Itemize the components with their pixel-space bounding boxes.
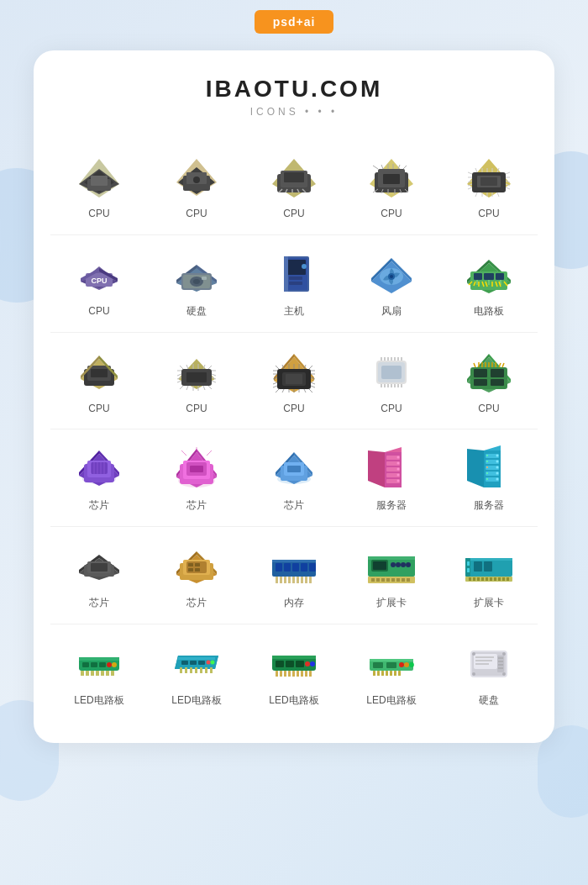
icon-grid: CPU CPU — [50, 141, 538, 718]
svg-rect-322 — [494, 577, 496, 581]
server1-label: 服务器 — [376, 498, 407, 513]
svg-rect-273 — [188, 568, 193, 572]
icon-cell-extcard1[interactable]: 扩展卡 — [343, 530, 440, 620]
cpu3-icon — [264, 150, 324, 200]
svg-point-348 — [211, 660, 215, 664]
svg-rect-385 — [398, 671, 401, 676]
icon-cell-chip5[interactable]: 芯片 — [148, 530, 245, 620]
svg-rect-307 — [407, 578, 410, 582]
svg-rect-279 — [292, 563, 299, 572]
svg-rect-357 — [272, 656, 316, 659]
led1-icon — [69, 636, 129, 687]
svg-rect-380 — [377, 671, 380, 676]
svg-point-258 — [486, 478, 488, 480]
icon-cell-mainpc[interactable]: 主机 — [245, 239, 343, 329]
svg-rect-325 — [507, 577, 509, 581]
icon-cell-server2[interactable]: 服务器 — [440, 433, 538, 523]
icon-cell-led2[interactable]: LED电路板 — [148, 628, 245, 718]
svg-rect-314 — [467, 568, 470, 572]
site-title: IBAOTU.COM — [50, 76, 538, 103]
icon-cell-led3[interactable]: LED电路板 — [245, 628, 343, 718]
svg-rect-306 — [402, 578, 405, 582]
icon-cell-cpu4[interactable]: CPU — [343, 141, 440, 231]
svg-rect-108 — [91, 369, 108, 377]
icon-cell-hdd2[interactable]: 硬盘 — [440, 628, 538, 718]
svg-point-297 — [401, 562, 406, 567]
fan-label: 风扇 — [381, 304, 402, 319]
svg-line-41 — [468, 187, 472, 189]
svg-line-189 — [474, 363, 475, 367]
svg-rect-294 — [373, 561, 386, 570]
svg-rect-204 — [91, 462, 108, 474]
svg-rect-315 — [465, 577, 512, 582]
icon-cell-cpu8[interactable]: CPU — [148, 336, 245, 426]
icon-cell-chip4[interactable]: 芯片 — [50, 530, 148, 620]
svg-rect-79 — [284, 256, 288, 292]
icon-cell-cpu3[interactable]: CPU — [245, 141, 343, 231]
icon-cell-chip3[interactable]: 芯片 — [245, 433, 343, 523]
cpu5-icon — [459, 150, 519, 200]
svg-rect-336 — [96, 671, 99, 676]
svg-point-298 — [406, 562, 411, 567]
led4-label: LED电路板 — [366, 693, 416, 708]
chip2-icon — [166, 441, 227, 492]
svg-rect-186 — [491, 369, 504, 377]
svg-line-27 — [403, 166, 407, 169]
svg-rect-334 — [86, 671, 89, 676]
icon-cell-server1[interactable]: 服务器 — [343, 433, 440, 523]
svg-marker-229 — [368, 450, 385, 487]
svg-rect-187 — [474, 379, 487, 386]
icon-cell-cpu2[interactable]: CPU — [148, 141, 245, 231]
icon-cell-chip1[interactable]: 芯片 — [50, 433, 148, 523]
svg-text:CPU: CPU — [91, 277, 107, 285]
extcard1-label: 扩展卡 — [376, 596, 407, 610]
svg-rect-363 — [276, 671, 278, 677]
icon-cell-cpu7[interactable]: CPU — [50, 336, 148, 426]
svg-rect-91 — [484, 273, 494, 280]
svg-point-250 — [496, 461, 499, 463]
svg-rect-381 — [381, 671, 384, 676]
cpu7-label: CPU — [88, 402, 109, 416]
icon-cell-fan[interactable]: 风扇 — [343, 239, 440, 329]
icon-showcase-card: IBAOTU.COM ICONS CPU — [34, 50, 554, 743]
svg-rect-343 — [178, 657, 215, 660]
svg-rect-382 — [386, 671, 388, 676]
icon-cell-cpu1[interactable]: CPU — [50, 141, 148, 231]
hdd1-icon — [166, 247, 227, 298]
icon-cell-cpu11[interactable]: CPU — [440, 336, 538, 426]
chip4-icon — [69, 539, 129, 589]
icon-cell-cpu5[interactable]: CPU — [440, 141, 538, 231]
svg-line-47 — [475, 168, 477, 172]
icon-cell-hdd1[interactable]: 硬盘 — [148, 239, 245, 329]
chip5-icon — [166, 539, 227, 589]
svg-line-161 — [311, 386, 315, 387]
icon-cell-led1[interactable]: LED电路板 — [50, 628, 148, 718]
svg-line-160 — [311, 382, 315, 384]
svg-line-22 — [373, 166, 378, 169]
svg-rect-369 — [301, 671, 303, 677]
icon-cell-cpu6[interactable]: CPU CPU — [50, 239, 148, 329]
icon-cell-led4[interactable]: LED电路板 — [343, 628, 440, 718]
svg-point-251 — [496, 466, 499, 469]
svg-rect-371 — [309, 671, 312, 677]
svg-line-197 — [502, 363, 504, 367]
icon-cell-ram[interactable]: 内存 — [245, 530, 343, 620]
icon-cell-cpu9[interactable]: CPU — [245, 336, 343, 426]
svg-rect-283 — [280, 577, 282, 583]
cpu9-icon — [264, 345, 324, 395]
cpu10-label: CPU — [381, 402, 402, 416]
icon-cell-extcard2[interactable]: 扩展卡 — [440, 530, 538, 620]
extcard2-icon — [459, 539, 519, 589]
icon-cell-cpu10[interactable]: CPU — [343, 336, 440, 426]
svg-rect-303 — [386, 578, 390, 582]
icon-cell-board1[interactable]: 电路板 — [440, 239, 538, 329]
led1-label: LED电路板 — [74, 693, 123, 708]
svg-rect-274 — [195, 568, 200, 572]
icon-cell-chip2[interactable]: 芯片 — [148, 433, 245, 523]
svg-rect-288 — [301, 577, 303, 583]
svg-rect-277 — [276, 563, 282, 572]
svg-rect-77 — [289, 282, 302, 285]
svg-rect-345 — [190, 661, 197, 665]
svg-point-78 — [302, 264, 307, 269]
svg-point-240 — [397, 480, 400, 482]
